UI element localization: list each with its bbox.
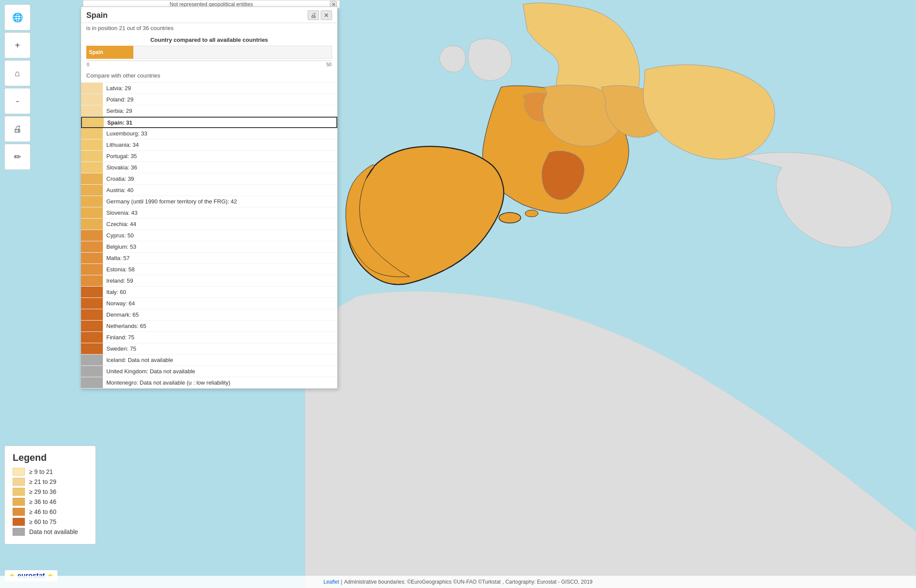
legend-color-swatch [13, 528, 25, 536]
attribution: Leaflet | Administrative boundaries: ©Eu… [0, 576, 916, 588]
globe-button[interactable]: 🌐 [4, 4, 31, 30]
home-button[interactable]: ⌂ [4, 60, 31, 86]
country-row-label: Montenegro: Data not available (u : low … [103, 379, 337, 386]
country-row[interactable]: Iceland: Data not available [81, 355, 337, 366]
legend-item-label: ≥ 9 to 21 [29, 468, 53, 475]
zoom-in-button[interactable]: + [4, 32, 31, 58]
country-row[interactable]: Portugal: 35 [81, 151, 337, 162]
country-row-color [81, 207, 103, 218]
legend-item: ≥ 36 to 46 [13, 498, 88, 506]
country-row[interactable]: Croatia: 39 [81, 173, 337, 185]
country-row[interactable]: Italy: 60 [81, 287, 337, 298]
chart-bar-container: Spain [86, 46, 332, 59]
popup-header: Spain 🖨 ✕ [81, 7, 337, 23]
legend-item: ≥ 60 to 75 [13, 518, 88, 526]
svg-point-2 [525, 210, 538, 217]
country-row-label: Poland: 29 [103, 96, 337, 103]
zoom-out-button[interactable]: - [4, 88, 31, 114]
country-row[interactable]: Netherlands: 65 [81, 321, 337, 332]
country-row[interactable]: Spain: 31 [81, 117, 337, 128]
country-row-label: Latvia: 29 [103, 85, 337, 91]
country-row[interactable]: Estonia: 58 [81, 264, 337, 275]
chart-bar-fill: Spain [86, 46, 133, 59]
country-row[interactable]: Finland: 75 [81, 332, 337, 343]
country-row-color [81, 162, 103, 173]
country-row[interactable]: Denmark: 65 [81, 309, 337, 321]
country-row[interactable]: Austria: 40 [81, 185, 337, 196]
country-row[interactable]: Slovenia: 43 [81, 207, 337, 219]
country-row-label: Italy: 60 [103, 289, 337, 295]
chart-axis-line [86, 61, 332, 61]
country-row-color [81, 321, 103, 331]
legend-item-label: ≥ 46 to 60 [29, 508, 56, 515]
country-row-label: Germany (until 1990 former territory of … [103, 198, 337, 205]
country-row[interactable]: Czechia: 44 [81, 219, 337, 230]
country-row-color [81, 151, 103, 162]
legend-item: ≥ 21 to 29 [13, 478, 88, 486]
country-row[interactable]: Norway: 64 [81, 298, 337, 309]
country-row-label: Malta: 57 [103, 255, 337, 261]
country-row-color [81, 94, 103, 105]
chart-axis-mid: 50 [326, 62, 332, 67]
country-row-color [82, 118, 104, 127]
country-row[interactable]: Poland: 29 [81, 94, 337, 105]
popup-print-button[interactable]: 🖨 [308, 10, 319, 20]
country-row[interactable]: Malta: 57 [81, 253, 337, 264]
legend-item-label: ≥ 29 to 36 [29, 488, 56, 495]
popup-print-icon: 🖨 [310, 12, 316, 19]
chart-title: Country compared to all available countr… [86, 37, 332, 43]
legend-item: ≥ 9 to 21 [13, 468, 88, 476]
attribution-separator: | [341, 579, 342, 585]
country-row-color [81, 230, 103, 241]
country-row-label: Portugal: 35 [103, 153, 337, 159]
chart-axis: 0 50 [86, 62, 332, 67]
country-row[interactable]: Slovakia: 36 [81, 162, 337, 173]
leaflet-link[interactable]: Leaflet [323, 579, 339, 585]
country-row-color [81, 298, 103, 309]
country-row-label: Denmark: 65 [103, 311, 337, 318]
country-row-label: Slovenia: 43 [103, 210, 337, 216]
country-row[interactable]: Serbia: 29 [81, 105, 337, 117]
country-row-label: Luxembourg: 33 [103, 130, 337, 137]
country-row-label: Austria: 40 [103, 187, 337, 193]
country-row-color [81, 309, 103, 320]
legend-item-label: ≥ 36 to 46 [29, 498, 56, 505]
legend-item-label: ≥ 21 to 29 [29, 478, 56, 485]
attribution-carto: , Cartography: Eurostat - GISCO, 2019 [502, 579, 593, 585]
country-row-color [81, 173, 103, 184]
countries-list[interactable]: Latvia: 29 Poland: 29 Serbia: 29 Spain: … [81, 82, 337, 389]
country-row[interactable]: Latvia: 29 [81, 83, 337, 94]
country-row[interactable]: Montenegro: Data not available (u : low … [81, 377, 337, 389]
country-row-label: Slovakia: 36 [103, 164, 337, 171]
country-row[interactable]: Belgium: 53 [81, 241, 337, 253]
legend-items: ≥ 9 to 21 ≥ 21 to 29 ≥ 29 to 36 ≥ 36 to … [13, 468, 88, 536]
chart-bar-label: Spain [89, 49, 103, 55]
country-row-label: United Kingdom: Data not available [103, 368, 337, 375]
country-row[interactable]: Germany (until 1990 former territory of … [81, 196, 337, 207]
country-row-label: Estonia: 58 [103, 266, 337, 273]
country-row-label: Norway: 64 [103, 300, 337, 307]
country-row[interactable]: Cyprus: 50 [81, 230, 337, 241]
country-row[interactable]: Luxembourg: 33 [81, 128, 337, 139]
country-row[interactable]: Lithuania: 34 [81, 139, 337, 151]
print-button[interactable]: 🖨 [4, 116, 31, 142]
legend: Legend ≥ 9 to 21 ≥ 21 to 29 ≥ 29 to 36 ≥… [4, 446, 96, 544]
popup-controls: 🖨 ✕ [308, 10, 332, 20]
legend-item: ≥ 46 to 60 [13, 508, 88, 516]
country-row-label: Finland: 75 [103, 334, 337, 341]
country-row-color [81, 355, 103, 365]
popup-close-button[interactable]: ✕ [321, 10, 332, 20]
country-row-label: Spain: 31 [104, 119, 336, 126]
country-row-label: Netherlands: 65 [103, 323, 337, 329]
brush-button[interactable]: ✏ [4, 144, 31, 170]
popup-subtitle: is in position 21 out of 36 countries [81, 23, 337, 35]
country-row[interactable]: Ireland: 59 [81, 275, 337, 287]
legend-color-swatch [13, 518, 25, 526]
country-row-label: Ireland: 59 [103, 277, 337, 284]
legend-item-label: ≥ 60 to 75 [29, 518, 56, 525]
country-row[interactable]: Sweden: 75 [81, 343, 337, 355]
country-row[interactable]: United Kingdom: Data not available [81, 366, 337, 377]
country-row-color [81, 377, 103, 388]
country-row-label: Iceland: Data not available [103, 357, 337, 363]
home-icon: ⌂ [15, 68, 20, 78]
